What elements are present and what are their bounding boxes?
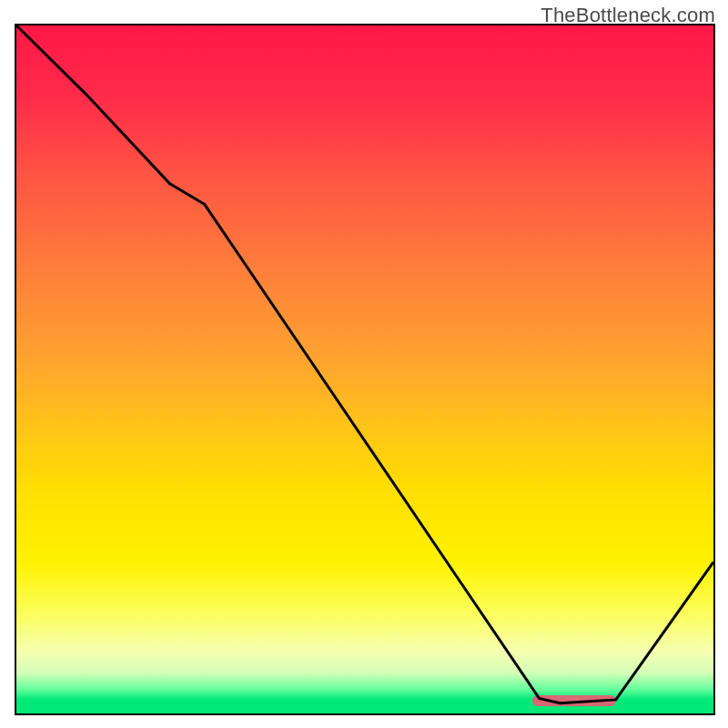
- bottleneck-curve: [16, 25, 713, 713]
- curve-path: [16, 25, 713, 703]
- chart-frame: [15, 24, 715, 715]
- watermark-text: TheBottleneck.com: [541, 4, 715, 27]
